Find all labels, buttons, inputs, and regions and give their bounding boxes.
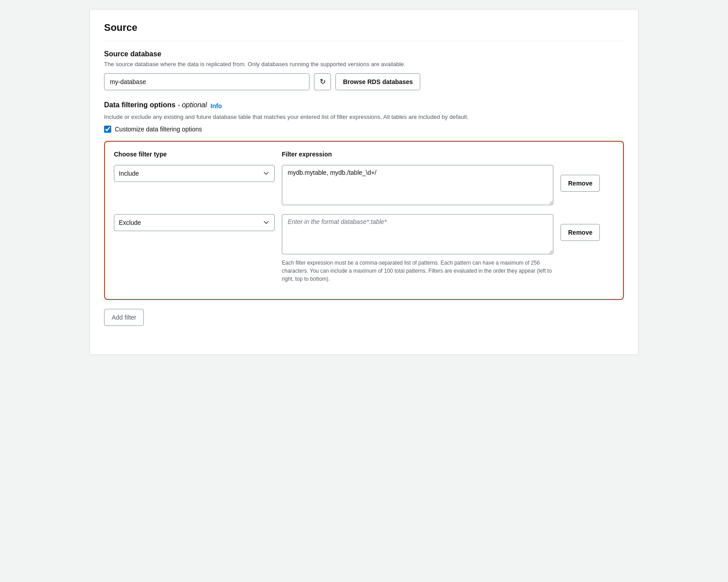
customize-filtering-row: Customize data filtering options (104, 126, 624, 133)
source-panel: Source Source database The source databa… (89, 9, 639, 355)
filtering-label: Data filtering options - optional (104, 101, 207, 109)
filter-expression-col-2: Each filter expression must be a comma-s… (282, 214, 553, 283)
filter-box: Choose filter type Filter expression Inc… (104, 141, 624, 300)
filter-expression-textarea-2[interactable] (282, 214, 553, 254)
filter-row: Include Exclude mydb.mytable, mydb./tabl… (114, 165, 614, 207)
source-database-input-row: ↻ Browse RDS databases (104, 73, 624, 90)
filter-expression-col-header: Filter expression (282, 151, 553, 158)
filter-type-select-wrapper-2: Include Exclude (114, 214, 275, 231)
filter-help-text: Each filter expression must be a comma-s… (282, 259, 553, 283)
source-database-description: The source database where the data is re… (104, 60, 624, 69)
filter-remove-col-1: Remove (561, 165, 614, 192)
browse-rds-button[interactable]: Browse RDS databases (335, 73, 420, 90)
filter-expression-textarea-1[interactable]: mydb.mytable, mydb./table_\d+/ (282, 165, 553, 205)
source-database-section: Source database The source database wher… (104, 50, 624, 90)
filter-type-select-wrapper-1: Include Exclude (114, 165, 275, 182)
data-filtering-section: Data filtering options - optional Info I… (104, 101, 624, 326)
refresh-button[interactable]: ↻ (314, 73, 331, 90)
filtering-description: Include or exclude any existing and futu… (104, 113, 624, 122)
filter-type-select-1[interactable]: Include Exclude (114, 165, 275, 182)
filter-type-select-2[interactable]: Include Exclude (114, 214, 275, 231)
customize-filtering-label[interactable]: Customize data filtering options (115, 126, 202, 133)
info-link[interactable]: Info (210, 102, 222, 110)
add-filter-button[interactable]: Add filter (104, 309, 144, 326)
filtering-label-row: Data filtering options - optional Info (104, 101, 624, 111)
filter-type-col-header: Choose filter type (114, 151, 275, 158)
source-database-input[interactable] (104, 73, 310, 90)
refresh-icon: ↻ (320, 77, 326, 86)
remove-filter-button-1[interactable]: Remove (561, 175, 600, 192)
customize-filtering-checkbox[interactable] (104, 126, 111, 133)
filter-row-2: Include Exclude Each filter expression m… (114, 214, 614, 283)
filter-headers: Choose filter type Filter expression (114, 151, 614, 161)
filter-expression-col-1: mydb.mytable, mydb./table_\d+/ (282, 165, 553, 207)
remove-filter-button-2[interactable]: Remove (561, 224, 600, 241)
source-database-label: Source database (104, 50, 624, 58)
page-title: Source (104, 22, 624, 41)
filter-remove-col-2: Remove (561, 214, 614, 241)
